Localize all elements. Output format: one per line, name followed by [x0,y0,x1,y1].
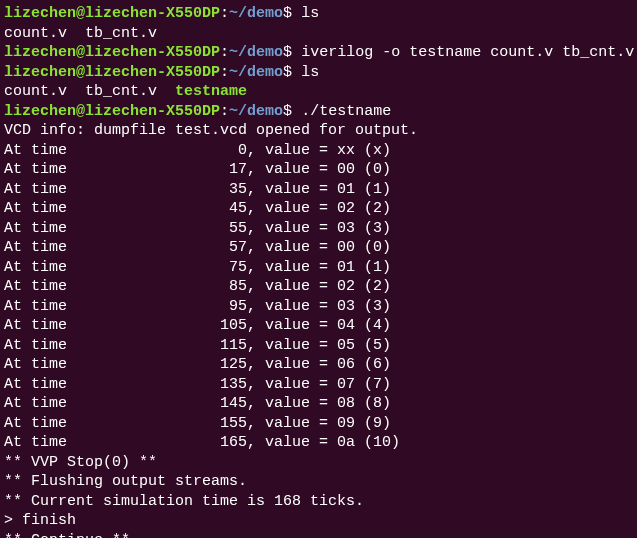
sim-line: At time 105, value = 04 (4) [4,316,633,336]
prompt-line-4: lizechen@lizechen-X550DP:~/demo$ ./testn… [4,102,633,122]
sim-line: At time 57, value = 00 (0) [4,238,633,258]
user-host: lizechen@lizechen-X550DP [4,5,220,22]
continue-msg: ** Continue ** [4,531,633,539]
sim-line: At time 165, value = 0a (10) [4,433,633,453]
prompt-line-3: lizechen@lizechen-X550DP:~/demo$ ls [4,63,633,83]
finish-cmd: > finish [4,511,633,531]
sim-line: At time 95, value = 03 (3) [4,297,633,317]
sim-line: At time 75, value = 01 (1) [4,258,633,278]
sim-line: At time 0, value = xx (x) [4,141,633,161]
simulation-output: At time 0, value = xx (x)At time 17, val… [4,141,633,453]
command-iverilog: iverilog -o testname count.v tb_cnt.v [301,44,634,61]
sim-time: ** Current simulation time is 168 ticks. [4,492,633,512]
vvp-stop: ** VVP Stop(0) ** [4,453,633,473]
command-ls-2: ls [301,64,319,81]
command-run: ./testname [301,103,391,120]
prompt-line-2: lizechen@lizechen-X550DP:~/demo$ iverilo… [4,43,633,63]
sim-line: At time 35, value = 01 (1) [4,180,633,200]
ls-output-2: count.v tb_cnt.v testname [4,82,633,102]
sim-line: At time 55, value = 03 (3) [4,219,633,239]
sim-line: At time 145, value = 08 (8) [4,394,633,414]
terminal[interactable]: lizechen@lizechen-X550DP:~/demo$ ls coun… [4,4,633,538]
flush-streams: ** Flushing output streams. [4,472,633,492]
sim-line: At time 85, value = 02 (2) [4,277,633,297]
sim-line: At time 115, value = 05 (5) [4,336,633,356]
sim-line: At time 45, value = 02 (2) [4,199,633,219]
cwd-path: ~/demo [229,5,283,22]
ls-output-1: count.v tb_cnt.v [4,24,633,44]
command-ls-1: ls [301,5,319,22]
prompt-line-1: lizechen@lizechen-X550DP:~/demo$ ls [4,4,633,24]
sim-line: At time 155, value = 09 (9) [4,414,633,434]
executable-file: testname [175,83,247,100]
sim-line: At time 135, value = 07 (7) [4,375,633,395]
sim-line: At time 17, value = 00 (0) [4,160,633,180]
vcd-info: VCD info: dumpfile test.vcd opened for o… [4,121,633,141]
sim-line: At time 125, value = 06 (6) [4,355,633,375]
